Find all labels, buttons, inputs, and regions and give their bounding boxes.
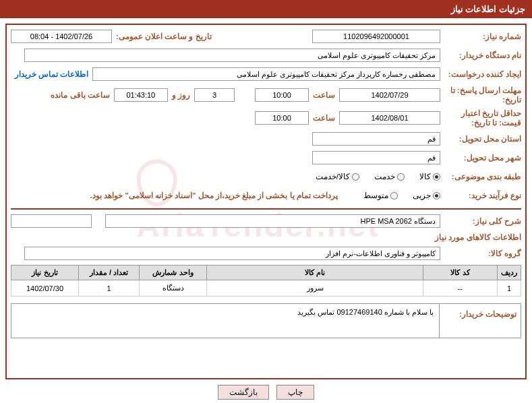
purchase-type-option-1[interactable]: متوسط [363, 191, 398, 200]
delivery-province-value: قم [312, 132, 440, 146]
radio-label: کالا [419, 172, 431, 181]
th-name: نام کالا [207, 266, 423, 280]
buyer-contact-link[interactable]: اطلاعات تماس خریدار [11, 69, 92, 79]
print-button[interactable]: چاپ [276, 385, 314, 400]
th-unit: واحد شمارش [140, 266, 207, 280]
need-number-value: 1102096492000001 [312, 30, 440, 43]
remaining-time: 01:43:10 [114, 88, 168, 102]
goods-info-title: اطلاعات کالاهای مورد نیاز [11, 232, 521, 242]
delivery-province-label: استان محل تحویل: [440, 134, 521, 144]
delivery-city-value: قم [312, 151, 440, 164]
buyer-notes-label: توضیحات خریدار: [440, 304, 521, 338]
purchase-type-option-0[interactable]: جزیی [413, 191, 440, 200]
category-radio-group: کالاخدمتکالا/خدمت [303, 172, 440, 181]
radio-icon [433, 173, 440, 181]
purchase-type-label: نوع فرآیند خرید: [440, 191, 521, 200]
cell-row: 1 [498, 280, 521, 297]
cell-code: -- [423, 280, 498, 297]
th-date: تاریخ نیاز [11, 266, 79, 280]
buyer-org-value: مرکز تحقیقات کامپیوتری علوم اسلامی [24, 49, 440, 62]
row-goods-group: گروه کالا: کامپیوتر و فناوری اطلاعات-نرم… [11, 246, 521, 261]
th-qty: تعداد / مقدار [79, 266, 140, 280]
details-panel: AriaTender.net شماره نیاز: 1102096492000… [5, 24, 527, 379]
category-option-2[interactable]: کالا/خدمت [316, 172, 359, 181]
th-row: ردیف [498, 266, 521, 280]
goods-group-value: کامپیوتر و فناوری اطلاعات-نرم افزار [24, 247, 440, 260]
response-deadline-time: 10:00 [255, 88, 309, 102]
buyer-notes-content: با سلام با شماره 09127469140 تماس بگیرید [11, 304, 440, 338]
remaining-suffix: ساعت باقی مانده [47, 90, 113, 100]
row-response-deadline: مهلت ارسال پاسخ: تا تاریخ: 1402/07/29 سا… [11, 86, 521, 104]
row-requester: ایجاد کننده درخواست: مصطفی رخساره کارپرد… [11, 67, 521, 82]
cell-unit: دستگاه [140, 280, 207, 297]
th-code: کد کالا [423, 266, 498, 280]
need-number-label: شماره نیاز: [440, 32, 521, 41]
delivery-city-label: شهر محل تحویل: [440, 153, 521, 162]
radio-label: متوسط [363, 191, 388, 200]
buyer-notes-box: توضیحات خریدار: با سلام با شماره 0912746… [11, 303, 521, 338]
summary-label: شرح کلی نیاز: [440, 216, 521, 226]
radio-icon [352, 173, 359, 181]
category-label: طبقه بندی موضوعی: [440, 172, 521, 181]
row-province: استان محل تحویل: قم [11, 131, 521, 146]
requester-value: مصطفی رخساره کارپرداز مرکز تحقیقات کامپی… [92, 67, 440, 81]
row-city: شهر محل تحویل: قم [11, 150, 521, 165]
validity-time: 10:00 [255, 111, 309, 125]
divider-1 [11, 208, 521, 210]
table-header-row: ردیف کد کالا نام کالا واحد شمارش تعداد /… [11, 266, 521, 280]
row-validity: حداقل تاریخ اعتبار قیمت: تا تاریخ: 1402/… [11, 108, 521, 127]
category-option-1[interactable]: خدمت [374, 172, 405, 181]
remaining-days: 3 [194, 88, 235, 102]
row-summary: شرح کلی نیاز: دستگاه HPE MSA 2062 [11, 214, 521, 228]
response-deadline-label: مهلت ارسال پاسخ: تا تاریخ: [440, 86, 521, 104]
announce-datetime-label: تاریخ و ساعت اعلان عمومی: [112, 32, 216, 41]
page-header: جزئیات اطلاعات نیاز [0, 0, 532, 18]
row-category: طبقه بندی موضوعی: کالاخدمتکالا/خدمت [11, 169, 521, 184]
radio-icon [433, 192, 440, 199]
category-option-0[interactable]: کالا [419, 172, 440, 181]
response-deadline-date: 1402/07/29 [339, 88, 440, 102]
row-purchase-type: نوع فرآیند خرید: جزییمتوسط پرداخت تمام ی… [11, 188, 521, 203]
time-label-1: ساعت [309, 90, 339, 100]
radio-label: خدمت [374, 172, 395, 181]
radio-icon [390, 192, 398, 199]
buyer-org-label: نام دستگاه خریدار: [440, 51, 521, 60]
requester-label: ایجاد کننده درخواست: [440, 69, 521, 79]
time-label-2: ساعت [309, 113, 339, 123]
table-row: 1--سروردستگاه11402/07/30 [11, 280, 521, 297]
payment-note: پرداخت تمام یا بخشی از مبلغ خرید،از محل … [90, 191, 338, 200]
days-and-label: روز و [168, 90, 194, 100]
button-bar: چاپ بازگشت [0, 385, 532, 400]
back-button[interactable]: بازگشت [218, 385, 269, 400]
goods-group-label: گروه کالا: [440, 249, 521, 258]
cell-date: 1402/07/30 [11, 280, 79, 297]
items-table: ردیف کد کالا نام کالا واحد شمارش تعداد /… [11, 265, 521, 297]
summary-extra-field [11, 214, 92, 228]
cell-name: سرور [207, 280, 423, 297]
row-need-number: شماره نیاز: 1102096492000001 تاریخ و ساع… [11, 29, 521, 44]
page-title: جزئیات اطلاعات نیاز [451, 4, 525, 14]
validity-date: 1402/08/01 [339, 111, 440, 125]
announce-datetime-value: 1402/07/26 - 08:04 [11, 30, 112, 43]
row-buyer-org: نام دستگاه خریدار: مرکز تحقیقات کامپیوتر… [11, 48, 521, 63]
validity-label: حداقل تاریخ اعتبار قیمت: تا تاریخ: [440, 108, 521, 127]
radio-label: جزیی [413, 191, 431, 200]
cell-qty: 1 [79, 280, 140, 297]
summary-value: دستگاه HPE MSA 2062 [105, 214, 440, 228]
radio-label: کالا/خدمت [316, 172, 350, 181]
radio-icon [397, 173, 405, 181]
purchase-type-radio-group: جزییمتوسط [351, 191, 440, 200]
